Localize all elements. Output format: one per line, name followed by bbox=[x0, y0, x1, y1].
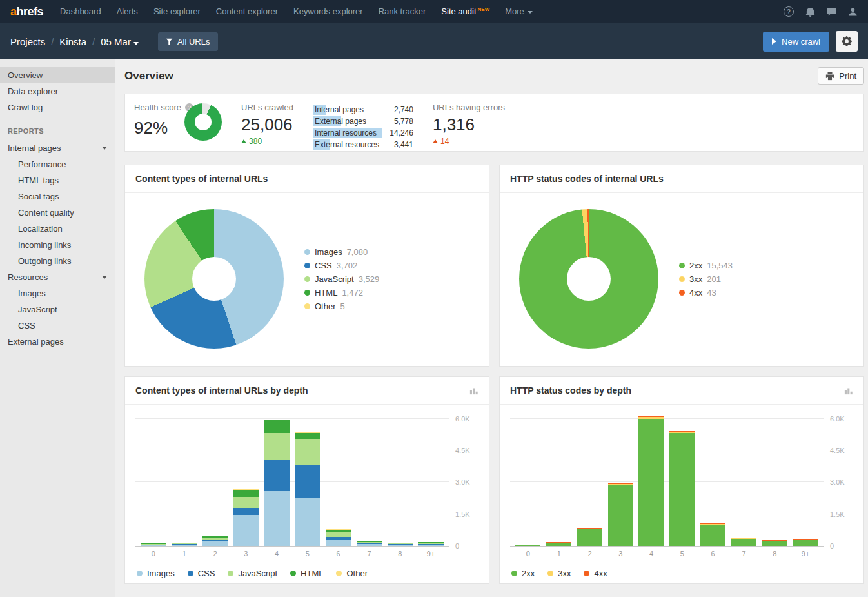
legend-item-javascript[interactable]: JavaScript bbox=[228, 567, 277, 580]
sidebar-item-html-tags[interactable]: HTML tags bbox=[0, 172, 115, 188]
bar-plot bbox=[510, 411, 824, 547]
legend-value: 7,080 bbox=[347, 247, 368, 257]
mini-bar-chart-icon[interactable] bbox=[469, 386, 478, 395]
x-tick-label: 0 bbox=[513, 550, 544, 558]
nav-item-rank-tracker[interactable]: Rank tracker bbox=[379, 6, 426, 16]
breadcrumb-separator: / bbox=[51, 36, 54, 47]
ahrefs-logo[interactable]: ahrefs bbox=[10, 5, 43, 19]
nav-item-dashboard[interactable]: Dashboard bbox=[60, 6, 101, 16]
nav-item-more[interactable]: More bbox=[505, 6, 533, 16]
legend-item-javascript[interactable]: JavaScript3,529 bbox=[304, 272, 379, 286]
nav-item-site-audit[interactable]: Site auditNEW bbox=[441, 6, 489, 16]
legend-item-other[interactable]: Other5 bbox=[304, 299, 379, 313]
bar-slot bbox=[513, 545, 544, 546]
breadcrumb-05-mar[interactable]: 05 Mar bbox=[101, 36, 139, 47]
sidebar-item-css[interactable]: CSS bbox=[0, 318, 115, 334]
bar-chart-area: 01.5K3.0K4.5K6.0K0123456789+ImagesCSSJav… bbox=[125, 405, 489, 580]
legend-item-3xx[interactable]: 3xx201 bbox=[679, 272, 733, 286]
stacked-bar-depth-6 bbox=[700, 523, 725, 546]
breakdown-label-cell: Internal pages bbox=[313, 104, 382, 116]
nav-item-keywords-explorer[interactable]: Keywords explorer bbox=[293, 6, 363, 16]
sidebar-item-performance[interactable]: Performance bbox=[0, 156, 115, 172]
legend-label: Other bbox=[346, 569, 368, 578]
sidebar-item-overview[interactable]: Overview bbox=[0, 67, 115, 83]
legend-dot bbox=[304, 276, 310, 282]
x-tick-label: 2 bbox=[200, 550, 231, 558]
legend-item-css[interactable]: CSS3,702 bbox=[304, 259, 379, 272]
urls-crawled-delta: 380 bbox=[241, 137, 293, 146]
legend-item-2xx[interactable]: 2xx15,543 bbox=[679, 259, 733, 272]
legend-item-css[interactable]: CSS bbox=[188, 567, 215, 580]
bar-segment-images bbox=[172, 545, 197, 546]
sidebar-item-javascript[interactable]: JavaScript bbox=[0, 301, 115, 318]
content-types-pie-card: Content types of internal URLs Images7,0… bbox=[124, 165, 489, 367]
legend-item-other[interactable]: Other bbox=[336, 567, 368, 580]
print-button[interactable]: Print bbox=[818, 67, 864, 85]
crawl-breakdown-table: Internal pages2,740External pages5,778In… bbox=[313, 104, 413, 150]
logo-rest: hrefs bbox=[17, 5, 44, 18]
messages-icon[interactable] bbox=[827, 7, 836, 17]
sidebar-item-label: External pages bbox=[8, 337, 64, 347]
y-tick-label: 1.5K bbox=[830, 511, 845, 518]
legend-item-3xx[interactable]: 3xx bbox=[547, 567, 571, 580]
breadcrumb-kinsta[interactable]: Kinsta bbox=[59, 36, 86, 47]
bar-segment-javascript bbox=[326, 532, 351, 537]
bar-segment-2xx bbox=[608, 485, 633, 546]
printer-icon bbox=[825, 72, 834, 81]
sidebar-item-external-pages[interactable]: External pages bbox=[0, 334, 115, 350]
legend-label: HTML bbox=[301, 569, 323, 578]
new-crawl-button[interactable]: New crawl bbox=[763, 32, 829, 52]
y-tick-label: 3.0K bbox=[830, 478, 845, 486]
bar-segment-2xx bbox=[700, 525, 725, 546]
nav-item-alerts[interactable]: Alerts bbox=[117, 6, 138, 16]
mini-bar-chart-icon[interactable] bbox=[844, 386, 853, 395]
legend-item-4xx[interactable]: 4xx43 bbox=[679, 286, 733, 299]
health-score-label: Health score bbox=[134, 103, 181, 112]
sidebar-item-outgoing-links[interactable]: Outgoing links bbox=[0, 253, 115, 269]
legend-dot bbox=[584, 571, 589, 576]
legend-item-4xx[interactable]: 4xx bbox=[584, 567, 607, 580]
sidebar-item-localization[interactable]: Localization bbox=[0, 221, 115, 237]
breakdown-label-cell: Internal resources bbox=[313, 127, 382, 139]
legend-item-images[interactable]: Images7,080 bbox=[304, 245, 379, 259]
nav-item-site-explorer[interactable]: Site explorer bbox=[153, 6, 201, 16]
bar-slot bbox=[575, 528, 606, 546]
charts-grid: Content types of internal URLs Images7,0… bbox=[124, 165, 864, 584]
content-types-donut-chart bbox=[144, 209, 284, 349]
sidebar-item-internal-pages[interactable]: Internal pages bbox=[0, 140, 115, 156]
sidebar-item-crawl-log[interactable]: Crawl log bbox=[0, 99, 115, 116]
y-tick-label: 0 bbox=[455, 542, 459, 550]
sidebar-item-content-quality[interactable]: Content quality bbox=[0, 205, 115, 221]
breadcrumb-projects[interactable]: Projects bbox=[10, 36, 45, 47]
breakdown-value: 14,246 bbox=[382, 127, 413, 139]
legend-item-html[interactable]: HTML bbox=[290, 567, 323, 580]
legend-item-images[interactable]: Images bbox=[137, 567, 175, 580]
bar-segment-2xx bbox=[546, 543, 571, 546]
nav-item-content-explorer[interactable]: Content explorer bbox=[216, 6, 278, 16]
filter-all-urls-button[interactable]: All URLs bbox=[158, 32, 218, 51]
breakdown-row: Internal pages2,740 bbox=[313, 104, 413, 116]
help-icon[interactable]: ? bbox=[784, 6, 794, 17]
breakdown-row: Internal resources14,246 bbox=[313, 127, 413, 139]
sidebar-item-data-explorer[interactable]: Data explorer bbox=[0, 83, 115, 99]
chart-title: Content types of internal URLs by depth bbox=[135, 385, 308, 396]
bar-slot bbox=[790, 539, 821, 546]
bar-segment-javascript bbox=[295, 439, 320, 465]
sidebar-item-social-tags[interactable]: Social tags bbox=[0, 188, 115, 205]
legend-value: 3,529 bbox=[359, 274, 380, 284]
legend-item-2xx[interactable]: 2xx bbox=[511, 567, 535, 580]
sidebar-item-images[interactable]: Images bbox=[0, 285, 115, 301]
stacked-bar-depth-2 bbox=[202, 536, 228, 546]
settings-gear-button[interactable] bbox=[836, 31, 858, 52]
x-tick-label: 8 bbox=[384, 550, 415, 558]
x-tick-label: 1 bbox=[544, 550, 575, 558]
stacked-bar-depth-3 bbox=[608, 483, 633, 546]
sidebar-item-resources[interactable]: Resources bbox=[0, 269, 115, 285]
user-profile-icon[interactable] bbox=[848, 7, 858, 17]
legend-label: Images bbox=[315, 247, 342, 257]
sidebar-item-incoming-links[interactable]: Incoming links bbox=[0, 237, 115, 253]
notifications-bell-icon[interactable] bbox=[805, 7, 815, 17]
donut-hole bbox=[192, 257, 236, 301]
legend-label: JavaScript bbox=[315, 274, 354, 284]
legend-item-html[interactable]: HTML1,472 bbox=[304, 286, 379, 299]
